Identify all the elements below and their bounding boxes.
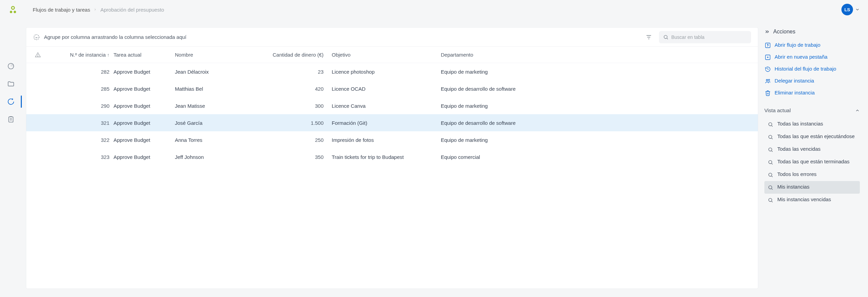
expand-panel-icon[interactable] xyxy=(764,29,770,34)
main: Agrupe por columna arrastrando la column… xyxy=(22,19,868,297)
column-warning-icon[interactable] xyxy=(30,52,45,58)
filter-columns-icon[interactable] xyxy=(645,34,652,41)
cell-instance-no: 321 xyxy=(45,120,114,126)
column-task[interactable]: Tarea actual xyxy=(114,52,175,58)
header: Flujos de trabajo y tareas Aprobación de… xyxy=(0,0,868,19)
nav-tasks[interactable] xyxy=(7,115,15,123)
table-row[interactable]: 285 Approve Budget Matthias Bel 420 Lice… xyxy=(26,80,758,97)
table-area: Agrupe por columna arrastrando la column… xyxy=(26,27,758,289)
action-item[interactable]: Eliminar instancia xyxy=(764,89,860,96)
breadcrumb-root[interactable]: Flujos de trabajo y tareas xyxy=(33,7,90,13)
magnifier-icon xyxy=(767,172,774,178)
search-icon xyxy=(663,34,669,40)
table-toolbar: Agrupe por columna arrastrando la column… xyxy=(26,28,758,47)
svg-point-3 xyxy=(14,11,16,13)
table-row[interactable]: 290 Approve Budget Jean Matisse 300 Lice… xyxy=(26,97,758,114)
action-label: Historial del flujo de trabajo xyxy=(775,65,836,72)
svg-point-26 xyxy=(769,148,772,151)
cell-name: Jean Délacroix xyxy=(175,69,253,75)
view-item[interactable]: Mis instancias xyxy=(764,181,860,194)
svg-line-35 xyxy=(772,201,773,202)
nav-workflows[interactable] xyxy=(7,98,15,106)
actions-header[interactable]: Acciones xyxy=(764,29,860,35)
view-item[interactable]: Mis instancias vencidas xyxy=(764,194,860,206)
views-header[interactable]: Vista actual xyxy=(764,107,860,113)
svg-point-21 xyxy=(768,79,770,80)
action-item[interactable]: Historial del flujo de trabajo xyxy=(764,65,860,73)
svg-point-12 xyxy=(664,35,667,38)
column-name[interactable]: Nombre xyxy=(175,52,253,58)
svg-point-24 xyxy=(769,135,772,138)
action-label: Eliminar instancia xyxy=(775,89,815,96)
svg-point-15 xyxy=(38,56,38,56)
views-list: Todas las instancias Todas las que están… xyxy=(764,118,860,206)
cell-task: Approve Budget xyxy=(114,103,175,109)
svg-line-29 xyxy=(772,163,773,164)
cell-instance-no: 282 xyxy=(45,69,114,75)
search-box[interactable] xyxy=(659,31,751,43)
search-input[interactable] xyxy=(671,34,747,40)
magnifier-icon xyxy=(767,134,774,140)
magnifier-icon xyxy=(767,159,774,166)
magnifier-icon xyxy=(767,121,774,128)
action-item[interactable]: Abrir flujo de trabajo xyxy=(764,42,860,49)
nav-folders[interactable] xyxy=(7,80,15,88)
left-nav-rail xyxy=(0,19,22,297)
cell-department: Equipo comercial xyxy=(441,154,754,160)
action-item[interactable]: Abrir en nueva pestaña xyxy=(764,54,860,61)
group-hint-text: Agrupe por columna arrastrando la column… xyxy=(44,34,186,40)
actions-list: Abrir flujo de trabajo Abrir en nueva pe… xyxy=(764,42,860,96)
user-menu[interactable]: LS xyxy=(841,4,860,15)
cell-task: Approve Budget xyxy=(114,69,175,75)
svg-rect-16 xyxy=(765,43,770,48)
cell-department: Equipo de desarrollo de software xyxy=(441,120,754,126)
cell-instance-no: 322 xyxy=(45,137,114,143)
cell-task: Approve Budget xyxy=(114,154,175,160)
svg-point-2 xyxy=(10,11,12,13)
svg-line-25 xyxy=(772,138,773,139)
column-department[interactable]: Departamento xyxy=(441,52,754,58)
open-workflow-icon xyxy=(764,42,771,49)
cell-goal: Licence photoshop xyxy=(332,69,441,75)
svg-point-22 xyxy=(769,123,772,126)
cell-name: Jeff Johnson xyxy=(175,154,253,160)
breadcrumb-current: Aprobación del presupuesto xyxy=(100,7,164,13)
chevron-up-icon xyxy=(855,108,860,113)
action-item[interactable]: Delegar instancia xyxy=(764,77,860,85)
view-item[interactable]: Todas las que están terminadas xyxy=(764,156,860,168)
cell-department: Equipo de desarrollo de software xyxy=(441,86,754,92)
view-label: Todas las vencidas xyxy=(777,146,821,152)
table-row[interactable]: 282 Approve Budget Jean Délacroix 23 Lic… xyxy=(26,63,758,80)
action-label: Delegar instancia xyxy=(775,77,814,84)
view-item[interactable]: Todas las vencidas xyxy=(764,143,860,156)
cell-goal: Formación (Git) xyxy=(332,120,441,126)
cell-goal: Impresión de fotos xyxy=(332,137,441,143)
cell-amount: 250 xyxy=(253,137,332,143)
cell-task: Approve Budget xyxy=(114,137,175,143)
chevron-right-icon xyxy=(93,8,97,11)
view-label: Todas las instancias xyxy=(777,121,823,127)
column-instance-no[interactable]: N.º de instancia ↑ xyxy=(45,52,114,58)
new-tab-icon xyxy=(764,54,771,61)
cell-amount: 300 xyxy=(253,103,332,109)
table-body: 282 Approve Budget Jean Délacroix 23 Lic… xyxy=(26,63,758,165)
table-row[interactable]: 322 Approve Budget Anna Torres 250 Impre… xyxy=(26,131,758,148)
view-item[interactable]: Todas las instancias xyxy=(764,118,860,131)
table-row[interactable]: 323 Approve Budget Jeff Johnson 350 Trai… xyxy=(26,148,758,165)
body: Agrupe por columna arrastrando la column… xyxy=(0,19,868,297)
actions-title: Acciones xyxy=(773,29,795,35)
action-label: Abrir flujo de trabajo xyxy=(775,42,820,48)
view-label: Todos los errores xyxy=(777,171,817,178)
table-row[interactable]: 321 Approve Budget José García 1.500 For… xyxy=(26,114,758,131)
column-amount[interactable]: Cantidad de dinero (€) xyxy=(253,52,332,58)
magnifier-icon xyxy=(767,184,774,191)
app-root: Flujos de trabajo y tareas Aprobación de… xyxy=(0,0,868,297)
app-logo[interactable] xyxy=(8,5,18,14)
view-item[interactable]: Todas las que están ejecutándose xyxy=(764,131,860,143)
trash-icon xyxy=(764,90,771,96)
group-hint-icon xyxy=(33,34,40,41)
view-item[interactable]: Todos los errores xyxy=(764,168,860,181)
nav-dashboard[interactable] xyxy=(7,62,15,70)
column-goal[interactable]: Objetivo xyxy=(332,52,441,58)
cell-amount: 1.500 xyxy=(253,120,332,126)
